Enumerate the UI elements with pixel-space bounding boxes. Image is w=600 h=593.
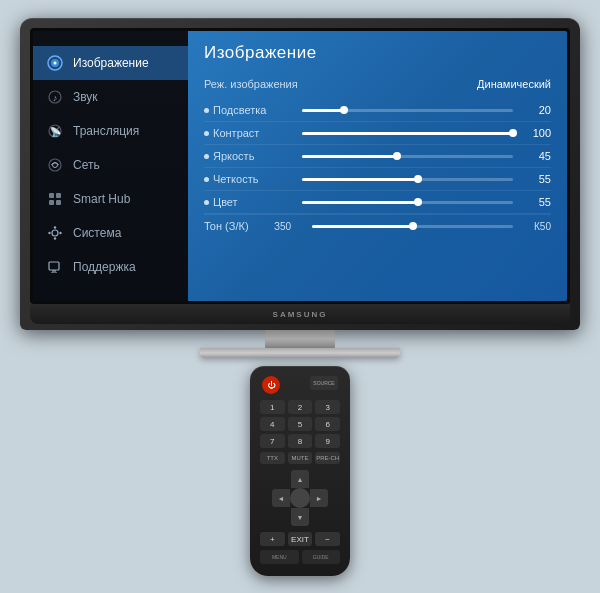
remote-container: ⏻ SOURCE 1 2 3 4 5 6 7 8 9 TTX MUTE PRE-… (250, 366, 350, 576)
sharpness-label: Четкость (204, 173, 294, 185)
svg-rect-9 (49, 193, 54, 198)
sidebar-item-image[interactable]: Изображение (33, 46, 188, 80)
vol-minus-button[interactable]: − (315, 532, 340, 546)
volume-row: + EXIT − (260, 532, 340, 546)
prech-button[interactable]: PRE-CH (315, 452, 340, 464)
tv-sidebar: Изображение ♪ Звук (33, 31, 188, 301)
num-7-button[interactable]: 7 (260, 434, 285, 448)
tone-fill (312, 225, 413, 228)
contrast-slider[interactable] (302, 132, 513, 135)
dpad-down-button[interactable]: ▼ (291, 508, 309, 526)
svg-point-2 (54, 62, 57, 65)
broadcast-icon: 📡 (45, 121, 65, 141)
sharpness-value: 55 (521, 173, 551, 185)
num-9-button[interactable]: 9 (315, 434, 340, 448)
num-6-button[interactable]: 6 (315, 417, 340, 431)
tv-stand-neck (265, 330, 335, 348)
num-1-button[interactable]: 1 (260, 400, 285, 414)
dpad-center-button[interactable] (290, 488, 310, 508)
setting-row-brightness: Яркость 45 (204, 145, 551, 168)
svg-rect-12 (56, 200, 61, 205)
svg-rect-10 (56, 193, 61, 198)
tone-left-value: З50 (274, 221, 304, 232)
tv-bezel: Изображение ♪ Звук (20, 18, 580, 330)
tone-slider[interactable] (312, 225, 513, 228)
num-4-button[interactable]: 4 (260, 417, 285, 431)
power-icon: ⏻ (267, 381, 275, 390)
num-8-button[interactable]: 8 (288, 434, 313, 448)
mute-button[interactable]: MUTE (288, 452, 313, 464)
tone-right-value: К50 (521, 221, 551, 232)
image-icon (45, 53, 65, 73)
sidebar-item-broadcast[interactable]: 📡 Трансляция (33, 114, 188, 148)
svg-text:📡: 📡 (50, 126, 62, 138)
guide-button[interactable]: GUIDE (302, 550, 341, 564)
svg-rect-11 (49, 200, 54, 205)
num-5-button[interactable]: 5 (288, 417, 313, 431)
dot-color (204, 200, 209, 205)
contrast-value: 100 (521, 127, 551, 139)
tone-label: Тон (З/К) (204, 220, 274, 232)
tv-screen: Изображение ♪ Звук (33, 31, 567, 301)
dpad-left-button[interactable]: ◄ (272, 489, 290, 507)
color-slider[interactable] (302, 201, 513, 204)
setting-row-tone: Тон (З/К) З50 К50 (204, 214, 551, 237)
sound-icon: ♪ (45, 87, 65, 107)
support-icon (45, 257, 65, 277)
brightness-label: Яркость (204, 150, 294, 162)
svg-point-16 (48, 232, 50, 234)
dot-brightness (204, 154, 209, 159)
source-button[interactable]: SOURCE (310, 376, 338, 390)
svg-rect-18 (49, 262, 59, 270)
svg-point-15 (54, 237, 56, 239)
ttx-button[interactable]: TTX (260, 452, 285, 464)
num-2-button[interactable]: 2 (288, 400, 313, 414)
color-value: 55 (521, 196, 551, 208)
sidebar-label-sound: Звук (73, 90, 98, 104)
svg-rect-20 (51, 272, 57, 273)
dpad: ▲ ▼ ◄ ► (272, 470, 328, 526)
image-mode-row: Реж. изображения Динамический (204, 73, 551, 95)
dpad-right-button[interactable]: ► (310, 489, 328, 507)
sidebar-label-broadcast: Трансляция (73, 124, 139, 138)
remote-bottom-row: MENU GUIDE (260, 550, 340, 564)
backlight-fill (302, 109, 344, 112)
mode-value: Динамический (477, 78, 551, 90)
tone-thumb (409, 222, 417, 230)
sidebar-item-system[interactable]: Система (33, 216, 188, 250)
tv-stand-base (200, 348, 400, 358)
system-icon (45, 223, 65, 243)
sidebar-label-smarthub: Smart Hub (73, 192, 130, 206)
tv-bottom-bar: SAMSUNG (30, 304, 570, 324)
contrast-thumb (509, 129, 517, 137)
svg-point-17 (59, 232, 61, 234)
setting-row-contrast: Контраст 100 (204, 122, 551, 145)
brightness-fill (302, 155, 397, 158)
backlight-thumb (340, 106, 348, 114)
backlight-value: 20 (521, 104, 551, 116)
sharpness-thumb (414, 175, 422, 183)
num-3-button[interactable]: 3 (315, 400, 340, 414)
setting-row-sharpness: Четкость 55 (204, 168, 551, 191)
menu-button[interactable]: MENU (260, 550, 299, 564)
sidebar-label-system: Система (73, 226, 121, 240)
svg-text:♪: ♪ (53, 93, 58, 103)
sidebar-item-support[interactable]: Поддержка (33, 250, 188, 284)
sidebar-item-smarthub[interactable]: Smart Hub (33, 182, 188, 216)
sidebar-label-image: Изображение (73, 56, 149, 70)
backlight-slider[interactable] (302, 109, 513, 112)
vol-plus-button[interactable]: + (260, 532, 285, 546)
sidebar-item-sound[interactable]: ♪ Звук (33, 80, 188, 114)
dot-backlight (204, 108, 209, 113)
dpad-up-button[interactable]: ▲ (291, 470, 309, 488)
power-button[interactable]: ⏻ (262, 376, 280, 394)
tv-brand-logo: SAMSUNG (273, 310, 328, 319)
sharpness-slider[interactable] (302, 178, 513, 181)
svg-point-7 (49, 159, 61, 171)
brightness-slider[interactable] (302, 155, 513, 158)
brightness-thumb (393, 152, 401, 160)
exit-button[interactable]: EXIT (288, 532, 313, 546)
dot-contrast (204, 131, 209, 136)
svg-rect-19 (52, 270, 56, 272)
sidebar-item-network[interactable]: Сеть (33, 148, 188, 182)
